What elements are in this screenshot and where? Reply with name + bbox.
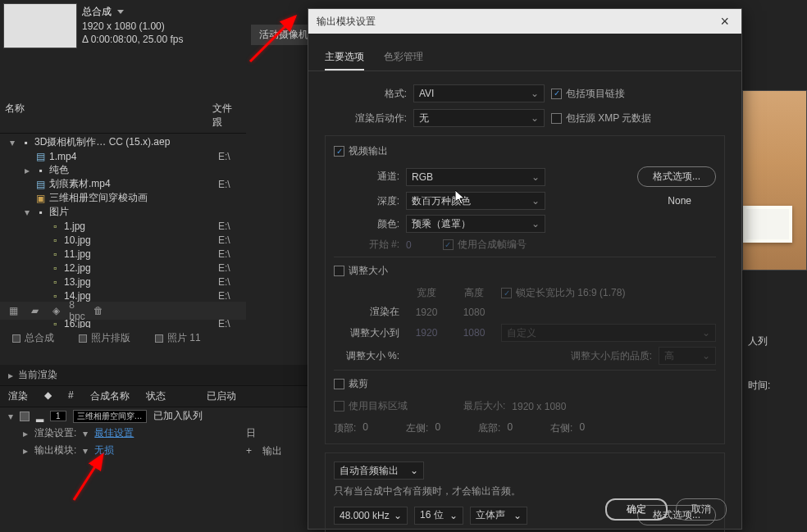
rq-plus-icon[interactable]: +: [246, 445, 252, 457]
tree-item[interactable]: ▾▪图片: [0, 205, 246, 219]
color-value: 预乘（遮罩）: [412, 217, 471, 231]
audio-bit-value: 16 位: [420, 508, 444, 522]
preview-photo-frame: [743, 206, 792, 243]
tree-item[interactable]: ▫10.jpgE:\: [0, 233, 246, 247]
dialog-tabs: 主要选项 色彩管理: [308, 34, 741, 71]
include-link-text: 包括项目链接: [566, 87, 625, 101]
tree-item[interactable]: ▫12.jpgE:\: [0, 261, 246, 275]
depth-dropdown[interactable]: 数百万种颜色 ⌄: [406, 192, 545, 210]
project-toolbar: ▦ ▰ ◈ 8 bpc 🗑: [0, 302, 246, 320]
tree-item[interactable]: ▸▪纯色: [0, 163, 246, 177]
interpret-icon[interactable]: ▦: [7, 304, 20, 317]
audio-channel-dropdown[interactable]: 立体声 ⌄: [470, 507, 527, 525]
column-path[interactable]: 文件跟: [212, 102, 241, 130]
tree-caret-icon[interactable]: ▸: [25, 165, 33, 176]
new-comp-icon[interactable]: ◈: [49, 304, 62, 317]
format-dropdown[interactable]: AVI ⌄: [413, 84, 545, 102]
color-dropdown[interactable]: 预乘（遮罩） ⌄: [406, 215, 545, 233]
channel-dropdown[interactable]: RGB ⌄: [406, 168, 545, 186]
current-render-header[interactable]: ▸ 当前渲染: [0, 365, 324, 386]
tab-zhaopianpaiban[interactable]: 照片排版: [79, 331, 130, 345]
resize-title: 调整大小: [334, 264, 716, 278]
tree-item[interactable]: ▣三维相册空间穿梭动画: [0, 191, 246, 205]
tree-item[interactable]: ▾▪3D摄相机制作… CC (15.x).aep: [0, 135, 246, 149]
bpc-label[interactable]: 8 bpc: [71, 304, 84, 317]
tree-item[interactable]: ▫13.jpgE:\: [0, 275, 246, 289]
tree-caret-icon[interactable]: ▾: [10, 137, 18, 148]
tree-caret-icon[interactable]: ▾: [25, 207, 33, 218]
include-xmp-checkbox-label[interactable]: 包括源 XMP 元数据: [551, 111, 651, 125]
composition-info: 总合成 1920 x 1080 (1.00) Δ 0:00:08:00, 25.…: [82, 3, 183, 48]
new-folder-icon[interactable]: ▰: [28, 304, 41, 317]
rq-col-comp[interactable]: 合成名称: [90, 389, 130, 403]
audio-hz-value: 48.000 kHz: [340, 510, 390, 521]
comp-icon: ▣: [34, 193, 47, 204]
audio-bit-dropdown[interactable]: 16 位 ⌄: [414, 507, 463, 525]
render-queue-row[interactable]: ▾ ▂ 1 三维相册空间穿… 已加入队列: [0, 407, 324, 425]
rq-status: 已加入队列: [153, 409, 203, 423]
chevron-down-icon: ⌄: [702, 327, 710, 339]
ok-button[interactable]: 确定: [605, 498, 668, 521]
tree-item[interactable]: ▤划痕素材.mp4E:\: [0, 177, 246, 191]
crop-checkbox[interactable]: [334, 379, 344, 389]
rq-col-icon[interactable]: ◆: [44, 389, 52, 403]
close-icon[interactable]: ×: [716, 13, 733, 30]
tab-label: 照片排版: [91, 331, 130, 345]
tab-label: 总合成: [25, 331, 54, 345]
rq-checkbox[interactable]: [20, 412, 30, 421]
svg-line-1: [74, 455, 103, 500]
camera-tab[interactable]: 活动摄像机: [251, 25, 317, 45]
resize-to-label: 调整大小到: [334, 326, 399, 340]
resize-width: 1920: [406, 327, 447, 339]
trash-icon[interactable]: 🗑: [92, 304, 105, 317]
include-link-checkbox[interactable]: [551, 89, 562, 99]
render-queue-columns: 渲染 ◆ # 合成名称 状态 已启动: [0, 386, 324, 407]
audio-output-dropdown[interactable]: 自动音频输出 ⌄: [334, 462, 424, 480]
start-number-row: 开始 #: 0 使用合成帧编号: [334, 238, 716, 252]
render-settings-link[interactable]: 最佳设置: [94, 426, 134, 440]
render-width: 1920: [406, 307, 447, 318]
format-row: 格式: AVI ⌄ 包括项目链接: [325, 84, 725, 102]
chevron-down-icon: ⌄: [531, 112, 539, 124]
use-comp-frame-text: 使用合成帧编号: [458, 238, 527, 252]
rq-col-hash[interactable]: #: [68, 389, 74, 403]
start-value: 0: [406, 239, 412, 251]
tree-item[interactable]: ▤1.mp4E:\: [0, 149, 246, 163]
project-panel: 名称 文件跟 ▾▪3D摄相机制作… CC (15.x).aep▤1.mp4E:\…: [0, 98, 246, 320]
rq-col-render[interactable]: 渲染: [8, 389, 28, 403]
composition-thumbnail[interactable]: [3, 3, 77, 48]
tree-item-label: 11.jpg: [64, 248, 218, 260]
wh-header-row: 宽度 高度 锁定长宽比为 16:9 (1.78): [334, 286, 716, 300]
include-xmp-checkbox[interactable]: [551, 113, 562, 124]
chevron-down-icon: ⌄: [410, 465, 418, 476]
right-queue-label[interactable]: 人列: [748, 334, 768, 348]
rq-col-started[interactable]: 已启动: [207, 389, 236, 403]
output-module-link[interactable]: 无损: [94, 443, 114, 457]
cancel-button[interactable]: 取消: [676, 498, 727, 521]
tab-zhaopian11[interactable]: 照片 11: [155, 331, 201, 345]
video-output-checkbox[interactable]: [334, 146, 344, 157]
composition-name[interactable]: 总合成: [82, 5, 183, 19]
rq-col-status[interactable]: 状态: [146, 389, 166, 403]
tree-item[interactable]: ▫11.jpgE:\: [0, 247, 246, 261]
tree-item[interactable]: ▫1.jpgE:\: [0, 219, 246, 233]
post-render-dropdown[interactable]: 无 ⌄: [413, 109, 545, 127]
include-link-checkbox-label[interactable]: 包括项目链接: [551, 87, 625, 101]
tab-main-options[interactable]: 主要选项: [325, 45, 364, 70]
tree-item-label: 14.jpg: [64, 290, 218, 302]
tree-item[interactable]: ▫14.jpgE:\: [0, 289, 246, 302]
resize-checkbox[interactable]: [334, 266, 344, 276]
chevron-down-icon[interactable]: [117, 10, 124, 14]
audio-hz-dropdown[interactable]: 48.000 kHz ⌄: [334, 507, 408, 525]
image-icon: ▫: [49, 234, 62, 246]
av-icon: ▤: [34, 151, 47, 162]
depth-value: 数百万种颜色: [412, 194, 471, 208]
tab-zonghecheng[interactable]: 总合成: [12, 331, 54, 345]
crop-right-label: 右侧:: [550, 421, 572, 435]
column-name[interactable]: 名称: [5, 102, 212, 130]
tree-item-path: E:\: [218, 234, 243, 246]
format-options-button[interactable]: 格式选项...: [637, 166, 716, 187]
tree-item-label: 纯色: [49, 163, 218, 177]
tab-color-management[interactable]: 色彩管理: [384, 45, 423, 70]
composition-size: 1920 x 1080 (1.00): [82, 20, 183, 32]
